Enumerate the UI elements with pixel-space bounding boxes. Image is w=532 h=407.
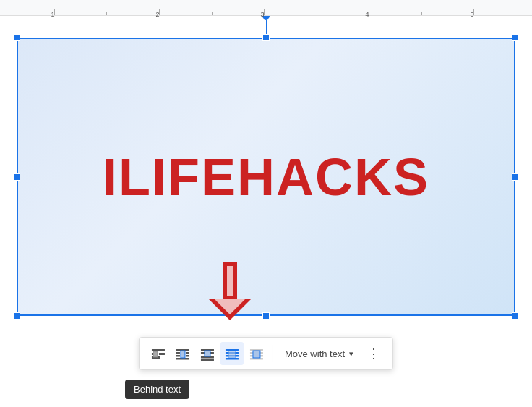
image-container[interactable]: ILIFEHACKS xyxy=(17,38,515,316)
image-text: ILIFEHACKS xyxy=(103,147,429,207)
ruler-minor-tick xyxy=(106,12,107,15)
ruler-mark-3: 3 xyxy=(264,9,265,15)
ruler-minor-tick xyxy=(317,12,317,15)
ruler-marks: 1 2 3 4 5 xyxy=(0,0,532,15)
handle-bottom-right[interactable] xyxy=(512,312,519,320)
svg-rect-8 xyxy=(153,351,158,357)
tooltip-text: Behind text xyxy=(134,384,181,395)
handle-bottom-center[interactable] xyxy=(262,312,270,320)
dropdown-label: Move with text xyxy=(285,348,345,359)
handle-bottom-left[interactable] xyxy=(13,312,20,320)
behind-text-icon xyxy=(225,346,239,361)
svg-rect-6 xyxy=(159,353,165,355)
move-with-text-dropdown[interactable]: Move with text ▾ xyxy=(278,346,361,362)
toolbar-divider xyxy=(273,345,273,362)
ruler-mark-5: 5 xyxy=(473,9,474,15)
red-arrow xyxy=(208,262,252,323)
svg-rect-25 xyxy=(228,351,236,358)
dropdown-arrow-icon: ▾ xyxy=(349,349,353,359)
wrap-text-button[interactable] xyxy=(171,342,194,365)
in-front-icon xyxy=(249,346,264,361)
svg-rect-13 xyxy=(186,355,189,357)
svg-rect-12 xyxy=(176,355,180,357)
svg-rect-10 xyxy=(176,352,180,354)
inline-icon xyxy=(151,346,166,361)
break-text-icon xyxy=(200,346,215,361)
wrap-inline-button[interactable] xyxy=(147,342,170,365)
more-icon: ⋮ xyxy=(367,346,380,361)
wrap-text-icon xyxy=(176,346,190,361)
in-front-button[interactable] xyxy=(245,342,268,365)
svg-rect-30 xyxy=(253,351,260,358)
ruler-mark-4: 4 xyxy=(369,9,369,15)
ruler-minor-tick xyxy=(212,12,213,15)
behind-text-button[interactable] xyxy=(220,342,244,365)
svg-rect-11 xyxy=(186,352,189,354)
svg-rect-2 xyxy=(227,266,233,296)
handle-top-right[interactable] xyxy=(512,34,519,41)
handle-top-left[interactable] xyxy=(13,34,20,41)
handle-top-center[interactable] xyxy=(262,34,270,41)
handle-middle-left[interactable] xyxy=(13,173,20,181)
ruler: 1 2 3 4 5 xyxy=(0,0,532,16)
svg-rect-15 xyxy=(181,351,185,358)
behind-text-tooltip: Behind text xyxy=(125,380,189,399)
svg-rect-20 xyxy=(205,351,210,356)
selected-image[interactable]: ILIFEHACKS xyxy=(17,38,515,316)
handle-middle-right[interactable] xyxy=(512,173,519,181)
ruler-minor-tick xyxy=(421,12,422,15)
ruler-mark-1: 1 xyxy=(54,9,55,15)
break-text-button[interactable] xyxy=(196,342,219,365)
ruler-mark-2: 2 xyxy=(159,9,160,15)
canvas-area: ILIFEHACKS xyxy=(0,16,532,407)
more-options-button[interactable]: ⋮ xyxy=(362,342,385,365)
toolbar: Move with text ▾ ⋮ xyxy=(139,337,393,370)
svg-rect-19 xyxy=(201,359,214,361)
